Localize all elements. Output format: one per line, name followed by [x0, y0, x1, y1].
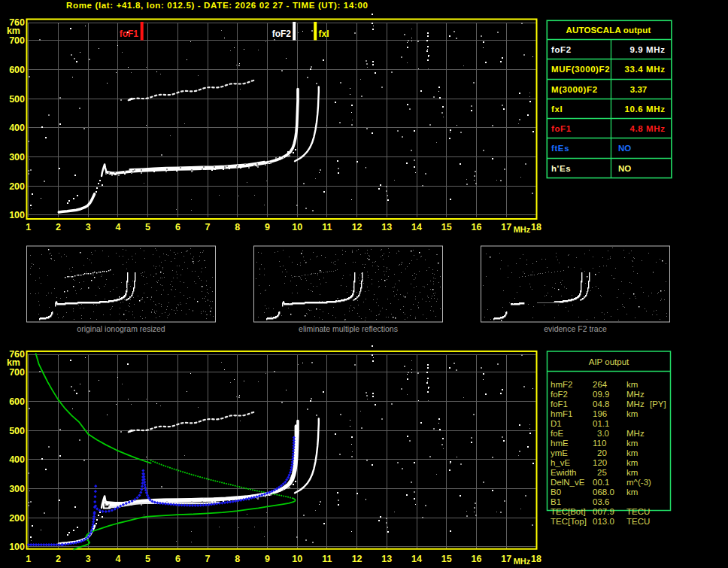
svg-text:200: 200 [9, 513, 25, 524]
svg-text:km: km [7, 357, 20, 368]
svg-text:2: 2 [56, 222, 61, 232]
svg-text:AUTOSCALA output: AUTOSCALA output [566, 26, 651, 35]
svg-text:110: 110 [593, 439, 606, 448]
svg-text:013.0: 013.0 [593, 517, 614, 526]
svg-text:ftEs: ftEs [551, 144, 569, 153]
svg-text:MHz: MHz [626, 429, 645, 438]
svg-text:fxI: fxI [319, 29, 329, 39]
svg-text:foF1: foF1 [551, 399, 568, 409]
svg-text:km: km [626, 468, 638, 477]
svg-text:7: 7 [205, 222, 211, 232]
svg-text:09.9: 09.9 [593, 390, 609, 399]
svg-text:10: 10 [292, 222, 302, 232]
svg-text:foF2: foF2 [272, 29, 292, 39]
svg-text:foF1: foF1 [120, 29, 139, 39]
svg-text:NO: NO [618, 164, 631, 173]
svg-text:ymE: ymE [551, 448, 568, 457]
svg-text:9: 9 [265, 222, 270, 232]
svg-text:18: 18 [531, 554, 541, 564]
svg-text:6: 6 [175, 554, 180, 564]
svg-text:03.6: 03.6 [593, 497, 609, 506]
svg-text:300: 300 [9, 152, 25, 163]
svg-text:4: 4 [115, 554, 120, 564]
svg-text:AIP output: AIP output [589, 357, 629, 366]
svg-text:3: 3 [86, 222, 91, 232]
svg-text:12: 12 [352, 222, 362, 232]
svg-text:3: 3 [86, 554, 91, 564]
svg-text:11: 11 [322, 222, 332, 232]
svg-text:TEC[Bot]: TEC[Bot] [551, 507, 586, 516]
svg-text:3.0: 3.0 [597, 429, 609, 438]
svg-text:foE: foE [551, 429, 564, 438]
svg-text:MHz: MHz [514, 225, 531, 234]
svg-text:km: km [626, 458, 638, 467]
svg-text:10.6 MHz: 10.6 MHz [624, 105, 665, 114]
svg-text:2: 2 [56, 554, 61, 564]
svg-text:foF1: foF1 [551, 124, 572, 133]
svg-text:NO: NO [618, 144, 631, 153]
svg-text:700: 700 [9, 35, 25, 46]
svg-text:TECU: TECU [626, 507, 650, 516]
svg-text:13: 13 [381, 554, 392, 564]
svg-text:16: 16 [471, 554, 481, 564]
svg-text:13: 13 [381, 222, 392, 232]
svg-text:10: 10 [292, 554, 302, 564]
svg-text:h_vE: h_vE [551, 458, 571, 467]
svg-text:500: 500 [9, 94, 25, 105]
svg-text:11: 11 [322, 554, 332, 564]
svg-text:foF2: foF2 [551, 390, 568, 399]
svg-text:120: 120 [593, 458, 607, 467]
svg-text:300: 300 [9, 484, 25, 494]
svg-text:068.0: 068.0 [593, 488, 614, 497]
svg-text:Ewidth: Ewidth [551, 468, 577, 477]
svg-text:400: 400 [9, 454, 25, 465]
svg-text:hmF1: hmF1 [551, 409, 572, 418]
svg-text:MHz: MHz [626, 390, 645, 399]
svg-text:MHz: MHz [514, 557, 531, 566]
svg-text:100: 100 [9, 210, 25, 220]
svg-text:18: 18 [531, 222, 541, 232]
svg-text:foF2: foF2 [551, 45, 572, 54]
svg-text:600: 600 [9, 396, 25, 407]
svg-text:[PY]: [PY] [650, 399, 666, 409]
svg-text:007.9: 007.9 [593, 507, 614, 516]
svg-text:100: 100 [9, 542, 25, 552]
svg-text:hmE: hmE [551, 439, 569, 448]
svg-text:700: 700 [9, 367, 25, 378]
svg-text:7: 7 [205, 554, 211, 564]
svg-text:400: 400 [9, 123, 25, 133]
svg-text:264: 264 [593, 380, 608, 389]
svg-text:9.9 MHz: 9.9 MHz [629, 45, 665, 54]
svg-text:Rome (lat: +41.8, lon: 012.5): Rome (lat: +41.8, lon: 012.5) - DATE: 20… [66, 1, 369, 10]
svg-text:17: 17 [501, 554, 511, 564]
svg-text:8: 8 [235, 554, 240, 564]
svg-text:B1: B1 [551, 497, 561, 506]
svg-text:km: km [7, 26, 20, 36]
svg-text:D1: D1 [551, 419, 562, 428]
svg-text:original ionogram resized: original ionogram resized [77, 324, 165, 333]
svg-text:9: 9 [265, 554, 270, 564]
svg-text:8: 8 [235, 222, 240, 232]
svg-text:fxI: fxI [551, 105, 563, 114]
svg-text:1: 1 [26, 222, 31, 232]
svg-text:TECU: TECU [626, 517, 650, 526]
svg-text:500: 500 [9, 426, 25, 436]
svg-text:16: 16 [471, 222, 481, 232]
svg-text:1: 1 [26, 554, 31, 564]
svg-text:12: 12 [352, 554, 362, 564]
svg-text:eliminate multiple reflections: eliminate multiple reflections [299, 324, 398, 333]
svg-text:5: 5 [145, 222, 150, 232]
svg-text:h'Es: h'Es [551, 164, 571, 173]
svg-text:25: 25 [597, 468, 607, 477]
svg-text:15: 15 [441, 222, 452, 232]
svg-text:4.8 MHz: 4.8 MHz [629, 124, 665, 133]
svg-text:5: 5 [145, 554, 150, 564]
svg-text:200: 200 [9, 181, 25, 192]
svg-text:km: km [626, 448, 638, 457]
svg-text:km: km [626, 439, 638, 448]
svg-text:evidence F2 trace: evidence F2 trace [544, 324, 607, 333]
svg-text:km: km [626, 488, 638, 497]
svg-text:M(3000)F2: M(3000)F2 [551, 85, 598, 94]
svg-text:B0: B0 [551, 488, 561, 497]
svg-text:4: 4 [115, 222, 120, 232]
